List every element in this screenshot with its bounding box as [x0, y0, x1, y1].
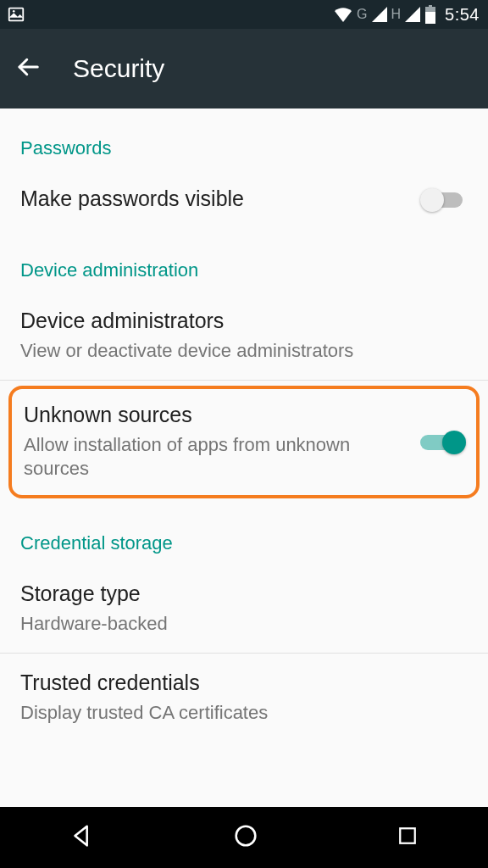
item-title: Unknown sources	[24, 401, 403, 430]
item-title: Storage type	[20, 580, 468, 609]
item-trusted-credentials[interactable]: Trusted credentials Display trusted CA c…	[0, 654, 488, 742]
status-bar: G H 5:54	[0, 0, 488, 29]
item-device-administrators[interactable]: Device administrators View or deactivate…	[0, 292, 488, 380]
divider	[0, 380, 488, 381]
item-subtitle: Display trusted CA certificates	[20, 701, 468, 726]
item-title: Make passwords visible	[20, 185, 407, 214]
navigation-bar	[0, 807, 488, 868]
network-g-label: G	[357, 7, 367, 22]
back-icon[interactable]	[15, 54, 41, 83]
toggle-make-passwords-visible[interactable]	[422, 186, 468, 213]
settings-content: Passwords Make passwords visible Device …	[0, 108, 488, 807]
item-unknown-sources[interactable]: Unknown sources Allow installation of ap…	[8, 386, 480, 498]
svg-rect-2	[429, 5, 432, 7]
section-header-passwords: Passwords	[0, 108, 488, 170]
image-notification-icon	[7, 5, 25, 24]
item-subtitle: Hardware-backed	[20, 612, 468, 637]
page-title: Security	[73, 54, 164, 83]
network-h-label: H	[391, 7, 402, 22]
wifi-icon	[333, 6, 353, 23]
battery-icon	[424, 5, 436, 24]
app-bar: Security	[0, 29, 488, 108]
svg-rect-7	[401, 828, 416, 843]
section-header-device-admin: Device administration	[0, 231, 488, 292]
svg-rect-0	[9, 8, 24, 21]
svg-point-1	[13, 10, 15, 13]
item-storage-type[interactable]: Storage type Hardware-backed	[0, 565, 488, 653]
section-header-credential-storage: Credential storage	[0, 504, 488, 565]
status-time: 5:54	[445, 5, 480, 25]
item-subtitle: Allow installation of apps from unknown …	[24, 433, 403, 481]
item-make-passwords-visible[interactable]: Make passwords visible	[0, 170, 488, 231]
nav-recent-icon[interactable]	[395, 823, 420, 852]
signal-1-icon	[371, 6, 388, 23]
item-title: Trusted credentials	[20, 669, 468, 698]
nav-home-icon[interactable]	[231, 821, 260, 854]
item-title: Device administrators	[20, 307, 468, 336]
nav-back-icon[interactable]	[68, 821, 97, 854]
signal-2-icon	[404, 6, 421, 23]
item-subtitle: View or deactivate device administrators	[20, 339, 468, 364]
toggle-unknown-sources[interactable]	[419, 428, 464, 455]
svg-rect-4	[425, 12, 435, 24]
svg-point-6	[236, 826, 256, 846]
